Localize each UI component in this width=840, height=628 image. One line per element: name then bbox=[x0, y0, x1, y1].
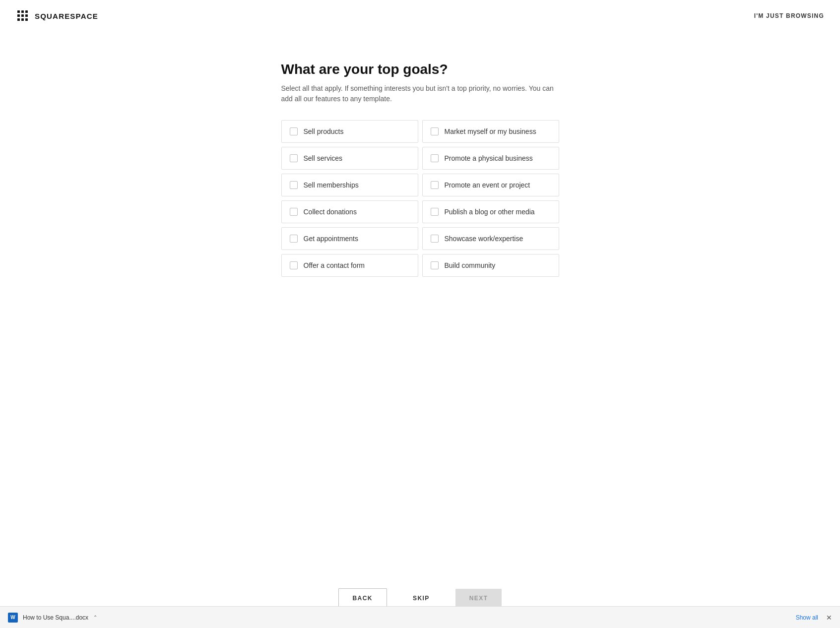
goal-publish-blog-label: Publish a blog or other media bbox=[445, 208, 535, 216]
svg-rect-3 bbox=[17, 14, 20, 17]
page-subtitle: Select all that apply. If something inte… bbox=[281, 83, 559, 104]
goal-sell-products-label: Sell products bbox=[304, 127, 344, 135]
skip-button[interactable]: SKIP bbox=[399, 589, 444, 608]
goal-market-myself-checkbox[interactable] bbox=[431, 127, 439, 135]
main-content: What are your top goals? Select all that… bbox=[0, 32, 840, 576]
goal-promote-physical-label: Promote a physical business bbox=[445, 154, 533, 162]
goal-sell-memberships-label: Sell memberships bbox=[304, 181, 359, 189]
goal-offer-contact-form-label: Offer a contact form bbox=[304, 261, 365, 269]
goal-sell-memberships[interactable]: Sell memberships bbox=[281, 174, 418, 196]
goal-offer-contact-form-checkbox[interactable] bbox=[290, 261, 298, 269]
svg-rect-1 bbox=[17, 10, 20, 13]
back-button[interactable]: BACK bbox=[338, 588, 387, 608]
goal-collect-donations[interactable]: Collect donations bbox=[281, 200, 418, 223]
svg-rect-4 bbox=[21, 14, 24, 17]
download-file-icon: W bbox=[8, 613, 18, 623]
goal-offer-contact-form[interactable]: Offer a contact form bbox=[281, 254, 418, 277]
goal-collect-donations-label: Collect donations bbox=[304, 208, 357, 216]
goal-get-appointments-checkbox[interactable] bbox=[290, 235, 298, 243]
goal-collect-donations-checkbox[interactable] bbox=[290, 208, 298, 216]
next-button: NEXT bbox=[455, 589, 502, 608]
goal-publish-blog-checkbox[interactable] bbox=[431, 208, 439, 216]
download-bar-close-button[interactable]: ✕ bbox=[826, 614, 832, 622]
goal-market-myself[interactable]: Market myself or my business bbox=[422, 120, 559, 143]
goal-build-community[interactable]: Build community bbox=[422, 254, 559, 277]
goal-build-community-checkbox[interactable] bbox=[431, 261, 439, 269]
header: SQUARESPACE I'M JUST BROWSING bbox=[0, 0, 840, 32]
goal-build-community-label: Build community bbox=[445, 261, 496, 269]
goals-grid: Sell products Market myself or my busine… bbox=[281, 120, 559, 277]
svg-rect-2 bbox=[21, 10, 24, 13]
goal-publish-blog[interactable]: Publish a blog or other media bbox=[422, 200, 559, 223]
goal-showcase-work-checkbox[interactable] bbox=[431, 235, 439, 243]
goal-showcase-work-label: Showcase work/expertise bbox=[445, 235, 523, 243]
logo-text: SQUARESPACE bbox=[35, 12, 98, 20]
goal-promote-physical-checkbox[interactable] bbox=[431, 154, 439, 162]
goal-get-appointments[interactable]: Get appointments bbox=[281, 227, 418, 250]
download-left: W How to Use Squa....docx ⌃ bbox=[8, 613, 97, 623]
goal-promote-physical[interactable]: Promote a physical business bbox=[422, 147, 559, 170]
download-chevron-icon[interactable]: ⌃ bbox=[93, 615, 97, 620]
download-filename: How to Use Squa....docx bbox=[23, 614, 88, 621]
goal-promote-event-label: Promote an event or project bbox=[445, 181, 530, 189]
goal-market-myself-label: Market myself or my business bbox=[445, 127, 536, 135]
svg-rect-7 bbox=[17, 18, 20, 21]
goal-showcase-work[interactable]: Showcase work/expertise bbox=[422, 227, 559, 250]
page-title: What are your top goals? bbox=[281, 62, 559, 77]
goal-promote-event[interactable]: Promote an event or project bbox=[422, 174, 559, 196]
goal-sell-memberships-checkbox[interactable] bbox=[290, 181, 298, 189]
download-right: Show all ✕ bbox=[796, 614, 832, 622]
goal-sell-services-label: Sell services bbox=[304, 154, 343, 162]
goal-sell-services-checkbox[interactable] bbox=[290, 154, 298, 162]
goal-sell-products-checkbox[interactable] bbox=[290, 127, 298, 135]
show-all-button[interactable]: Show all bbox=[796, 614, 818, 621]
svg-rect-5 bbox=[25, 10, 28, 13]
logo: SQUARESPACE bbox=[16, 9, 98, 23]
goal-promote-event-checkbox[interactable] bbox=[431, 181, 439, 189]
goal-get-appointments-label: Get appointments bbox=[304, 235, 359, 243]
svg-rect-9 bbox=[25, 18, 28, 21]
goal-sell-products[interactable]: Sell products bbox=[281, 120, 418, 143]
goal-sell-services[interactable]: Sell services bbox=[281, 147, 418, 170]
svg-rect-6 bbox=[25, 14, 28, 17]
just-browsing-button[interactable]: I'M JUST BROWSING bbox=[754, 12, 824, 19]
content-box: What are your top goals? Select all that… bbox=[281, 62, 559, 277]
svg-rect-8 bbox=[21, 18, 24, 21]
download-bar: W How to Use Squa....docx ⌃ Show all ✕ bbox=[0, 606, 840, 628]
squarespace-logo-icon bbox=[16, 9, 30, 23]
